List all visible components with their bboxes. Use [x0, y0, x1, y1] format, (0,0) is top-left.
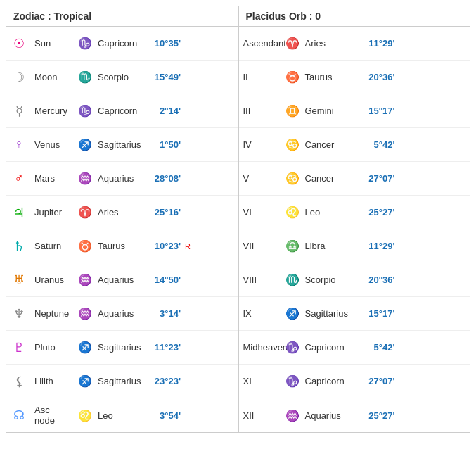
- planet-row-mars: ♂ Mars ♒ Aquarius 28°08': [6, 162, 238, 196]
- planet-row-venus: ♀ Venus ♐ Sagittarius 1°50': [6, 128, 238, 162]
- pluto-planet-name: Pluto: [32, 341, 75, 354]
- house-row-h3: III ♊ Gemini 15°17': [239, 94, 470, 128]
- h3-sign-name: Gemini: [302, 104, 364, 118]
- midheaven-sign-name: Capricorn: [302, 341, 364, 354]
- h2-sign-icon: ♉: [283, 70, 302, 84]
- h8-sign-name: Scorpio: [302, 273, 364, 286]
- planet-row-mercury: ☿ Mercury ♑ Capricorn 2°14': [6, 94, 238, 128]
- jupiter-planet-icon: ♃: [6, 202, 32, 223]
- mars-degree: 28°08': [153, 173, 185, 184]
- house-row-h6: VI ♌ Leo 25°27': [239, 196, 470, 229]
- h8-degree: 20°36': [364, 274, 399, 285]
- h6-house-name: VI: [239, 205, 283, 219]
- houses-table: Ascendant ♈ Aries 11°29' II ♉ Taurus 20°…: [239, 27, 470, 432]
- h8-sign-icon: ♏: [283, 273, 302, 286]
- neptune-planet-name: Neptune: [32, 307, 75, 320]
- ascnode-sign-icon: ♌: [75, 409, 95, 422]
- mercury-sign-name: Capricorn: [95, 104, 153, 118]
- uranus-planet-name: Uranus: [32, 273, 75, 286]
- neptune-degree: 3°14': [153, 308, 185, 319]
- lilith-planet-name: Lilith: [32, 374, 75, 388]
- midheaven-house-name: Midheaven: [239, 341, 283, 354]
- jupiter-sign-icon: ♈: [75, 205, 95, 219]
- h6-sign-name: Leo: [302, 205, 364, 219]
- h4-sign-name: Cancer: [302, 138, 364, 151]
- moon-sign-icon: ♏: [75, 70, 95, 84]
- h9-house-name: IX: [239, 307, 283, 320]
- sun-degree: 10°35': [153, 38, 185, 49]
- h3-degree: 15°17': [364, 106, 399, 116]
- neptune-sign-name: Aquarius: [95, 307, 153, 320]
- h6-degree: 25°27': [364, 207, 399, 217]
- saturn-planet-icon: ♄: [6, 236, 32, 257]
- h12-sign-icon: ♒: [283, 409, 302, 422]
- house-row-h9: IX ♐ Sagittarius 15°17': [239, 297, 470, 331]
- ascnode-planet-name: Asc node: [32, 403, 75, 427]
- house-row-h4: IV ♋ Cancer 5°42': [239, 128, 470, 162]
- uranus-planet-icon: ♅: [6, 270, 32, 291]
- saturn-sign-icon: ♉: [75, 239, 95, 253]
- h2-degree: 20°36': [364, 72, 399, 82]
- house-row-h2: II ♉ Taurus 20°36': [239, 61, 470, 94]
- house-row-midheaven: Midheaven ♑ Capricorn 5°42': [239, 331, 470, 365]
- house-row-h7: VII ♎ Libra 11°29': [239, 229, 470, 263]
- midheaven-degree: 5°42': [364, 342, 399, 353]
- sun-planet-icon: ☉: [6, 33, 32, 54]
- moon-planet-icon: ☽: [6, 67, 32, 88]
- ascnode-degree: 3°54': [153, 410, 185, 421]
- mars-sign-name: Aquarius: [95, 172, 153, 185]
- planet-row-lilith: ⚸ Lilith ♐ Sagittarius 23°23': [6, 365, 238, 398]
- venus-degree: 1°50': [153, 139, 185, 150]
- h11-sign-name: Capricorn: [302, 374, 364, 388]
- venus-sign-icon: ♐: [75, 138, 95, 151]
- mars-planet-icon: ♂: [6, 168, 32, 189]
- saturn-sign-name: Taurus: [95, 239, 153, 253]
- ascnode-planet-icon: ☊: [6, 405, 32, 426]
- h7-sign-icon: ♎: [283, 239, 302, 253]
- asc-sign-icon: ♈: [283, 37, 302, 50]
- mars-planet-name: Mars: [32, 172, 75, 185]
- moon-sign-name: Scorpio: [95, 70, 153, 84]
- saturn-degree: 10°23': [153, 241, 185, 251]
- h12-sign-name: Aquarius: [302, 409, 364, 422]
- h2-sign-name: Taurus: [302, 70, 364, 84]
- sun-planet-name: Sun: [32, 37, 75, 50]
- jupiter-sign-name: Aries: [95, 205, 153, 219]
- h5-degree: 27°07': [364, 173, 399, 184]
- planet-row-pluto: ♇ Pluto ♐ Sagittarius 11°23': [6, 331, 238, 365]
- h4-house-name: IV: [239, 138, 283, 151]
- h12-degree: 25°27': [364, 410, 399, 421]
- h3-sign-icon: ♊: [283, 104, 302, 118]
- ascnode-sign-name: Leo: [95, 409, 153, 422]
- house-row-asc: Ascendant ♈ Aries 11°29': [239, 27, 470, 61]
- planet-row-moon: ☽ Moon ♏ Scorpio 15°49': [6, 61, 238, 94]
- saturn-planet-name: Saturn: [32, 239, 75, 253]
- lilith-sign-icon: ♐: [75, 374, 95, 388]
- midheaven-sign-icon: ♑: [283, 341, 302, 354]
- h7-house-name: VII: [239, 239, 283, 253]
- venus-planet-name: Venus: [32, 138, 75, 151]
- pluto-sign-icon: ♐: [75, 341, 95, 354]
- astrology-table: Zodiac : Tropical Placidus Orb : 0 ☉ Sun…: [6, 6, 470, 433]
- h11-sign-icon: ♑: [283, 374, 302, 388]
- venus-sign-name: Sagittarius: [95, 138, 153, 151]
- mars-sign-icon: ♒: [75, 172, 95, 185]
- planet-row-uranus: ♅ Uranus ♒ Aquarius 14°50': [6, 263, 238, 297]
- mercury-planet-name: Mercury: [32, 104, 75, 118]
- zodiac-header: Zodiac : Tropical: [6, 6, 239, 26]
- h7-degree: 11°29': [364, 241, 399, 251]
- uranus-sign-name: Aquarius: [95, 273, 153, 286]
- h7-sign-name: Libra: [302, 239, 364, 253]
- asc-house-name: Ascendant: [239, 37, 283, 50]
- planet-row-saturn: ♄ Saturn ♉ Taurus 10°23' R: [6, 229, 238, 263]
- asc-degree: 11°29': [364, 38, 399, 49]
- h9-degree: 15°17': [364, 308, 399, 319]
- pluto-sign-name: Sagittarius: [95, 341, 153, 354]
- h9-sign-icon: ♐: [283, 307, 302, 320]
- h11-house-name: XI: [239, 374, 283, 388]
- h9-sign-name: Sagittarius: [302, 307, 364, 320]
- planets-table: ☉ Sun ♑ Capricorn 10°35' ☽ Moon ♏ Scorpi…: [6, 27, 239, 432]
- uranus-sign-icon: ♒: [75, 273, 95, 286]
- main-content: ☉ Sun ♑ Capricorn 10°35' ☽ Moon ♏ Scorpi…: [6, 27, 470, 432]
- neptune-planet-icon: ♆: [6, 303, 32, 324]
